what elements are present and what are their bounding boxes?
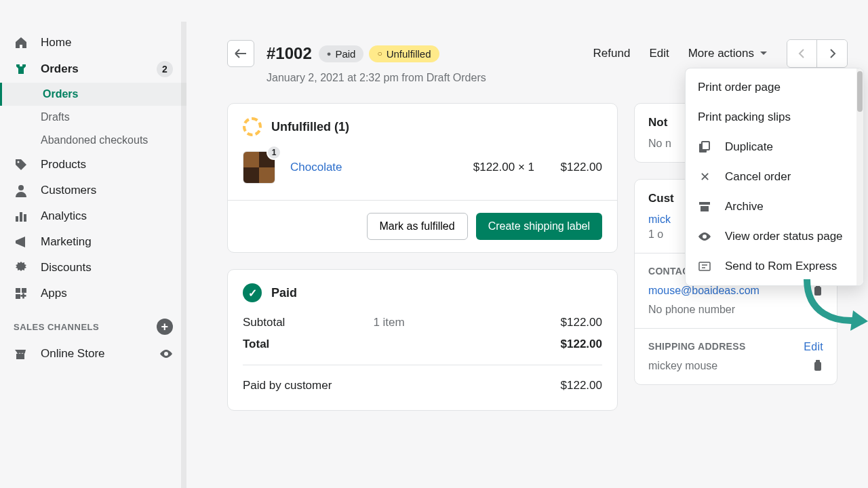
next-order-button[interactable] bbox=[817, 40, 847, 67]
nav-apps-label: Apps bbox=[41, 287, 67, 300]
more-actions-button[interactable]: More actions bbox=[688, 47, 768, 60]
nav-orders-sub: Orders Drafts Abandoned checkouts bbox=[0, 83, 186, 152]
nav-home[interactable]: Home bbox=[0, 30, 186, 56]
subtotal-items: 1 item bbox=[373, 316, 404, 329]
discounts-icon bbox=[14, 260, 28, 275]
shipping-label: SHIPPING ADDRESS bbox=[648, 341, 746, 353]
dd-view-status[interactable]: View order status page bbox=[686, 222, 863, 251]
paid-title: Paid bbox=[271, 286, 297, 300]
nav-products-label: Products bbox=[41, 158, 86, 171]
svg-rect-11 bbox=[814, 362, 821, 371]
nav-sub-orders[interactable]: Orders bbox=[0, 83, 186, 106]
dd-print-slips[interactable]: Print packing slips bbox=[686, 102, 863, 132]
paid-card: Paid Subtotal 1 item $122.00 Total $122.… bbox=[227, 269, 618, 411]
apps-icon bbox=[14, 286, 28, 301]
contact-email[interactable]: mouse@boaideas.com bbox=[648, 285, 760, 297]
svg-rect-2 bbox=[16, 216, 18, 222]
dd-duplicate[interactable]: Duplicate bbox=[686, 132, 863, 162]
mark-fulfilled-button[interactable]: Mark as fulfilled bbox=[367, 213, 468, 240]
nav-customers-label: Customers bbox=[41, 184, 96, 197]
nav-orders[interactable]: Orders 2 bbox=[0, 56, 186, 83]
nav-products[interactable]: Products bbox=[0, 152, 186, 178]
svg-point-0 bbox=[18, 161, 20, 163]
line-item: 1 Chocolate $122.00 × 1 $122.00 bbox=[228, 146, 617, 200]
thumbnail-qty-badge: 1 bbox=[267, 145, 281, 160]
svg-rect-6 bbox=[22, 288, 26, 293]
order-pager bbox=[787, 39, 848, 68]
channels-label: SALES CHANNELS + bbox=[0, 306, 186, 340]
paid-by-label: Paid by customer bbox=[243, 379, 332, 392]
nav-marketing[interactable]: Marketing bbox=[0, 229, 186, 255]
dropdown-scrollbar[interactable] bbox=[856, 68, 863, 285]
svg-rect-7 bbox=[16, 294, 20, 299]
back-button[interactable] bbox=[227, 40, 254, 67]
nav-discounts-label: Discounts bbox=[41, 261, 92, 274]
nav-marketing-label: Marketing bbox=[41, 235, 92, 249]
order-title: #1002 bbox=[267, 44, 312, 63]
svg-rect-8 bbox=[16, 354, 24, 359]
svg-rect-4 bbox=[24, 214, 26, 222]
nav-sub-drafts[interactable]: Drafts bbox=[41, 106, 186, 129]
nav-orders-label: Orders bbox=[41, 62, 79, 76]
add-channel-button[interactable]: + bbox=[157, 319, 173, 335]
refund-link[interactable]: Refund bbox=[593, 47, 631, 60]
analytics-icon bbox=[14, 209, 28, 224]
copy-email-icon[interactable] bbox=[812, 285, 823, 297]
header-actions: Refund Edit More actions bbox=[593, 39, 848, 68]
svg-rect-5 bbox=[16, 288, 20, 293]
product-name-link[interactable]: Chocolate bbox=[290, 161, 342, 174]
order-header: #1002 Paid Unfulfilled Refund Edit More … bbox=[227, 39, 868, 68]
nav-sub-abandoned[interactable]: Abandoned checkouts bbox=[41, 129, 186, 152]
orders-count-badge: 2 bbox=[157, 61, 173, 77]
product-thumbnail[interactable]: 1 bbox=[243, 151, 275, 184]
total-amount: $122.00 bbox=[561, 338, 602, 351]
unit-price: $122.00 × 1 bbox=[473, 161, 534, 174]
orders-icon bbox=[14, 62, 28, 77]
paid-by-amount: $122.00 bbox=[561, 379, 602, 392]
store-icon bbox=[14, 347, 28, 361]
status-unfulfilled-badge: Unfulfilled bbox=[369, 45, 439, 62]
eye-icon bbox=[698, 230, 711, 243]
channel-online-store[interactable]: Online Store bbox=[0, 340, 186, 367]
nav-analytics[interactable]: Analytics bbox=[0, 203, 186, 229]
contact-phone: No phone number bbox=[648, 304, 823, 316]
svg-point-1 bbox=[18, 185, 24, 190]
edit-link[interactable]: Edit bbox=[649, 47, 669, 60]
svg-rect-15 bbox=[699, 202, 710, 205]
shipping-edit-link[interactable]: Edit bbox=[804, 341, 823, 353]
copy-address-icon[interactable] bbox=[812, 360, 823, 372]
marketing-icon bbox=[14, 235, 28, 249]
nav-home-label: Home bbox=[41, 36, 71, 49]
dd-cancel[interactable]: ✕ Cancel order bbox=[686, 162, 863, 192]
nav-discounts[interactable]: Discounts bbox=[0, 255, 186, 281]
home-icon bbox=[14, 35, 28, 50]
channel-label: Online Store bbox=[41, 347, 105, 361]
svg-rect-3 bbox=[20, 212, 22, 222]
dd-archive[interactable]: Archive bbox=[686, 192, 863, 222]
line-total: $122.00 bbox=[534, 161, 602, 174]
dd-print-order[interactable]: Print order page bbox=[686, 73, 863, 102]
status-paid-badge: Paid bbox=[319, 45, 364, 62]
duplicate-icon bbox=[698, 140, 711, 154]
svg-rect-12 bbox=[816, 360, 820, 363]
nav-customers[interactable]: Customers bbox=[0, 178, 186, 203]
nav-analytics-label: Analytics bbox=[41, 209, 87, 223]
app-icon bbox=[698, 260, 711, 273]
view-store-icon[interactable] bbox=[159, 347, 173, 361]
dd-send-rom-express[interactable]: Send to Rom Express bbox=[686, 251, 863, 281]
subtotal-amount: $122.00 bbox=[561, 316, 602, 329]
nav-apps[interactable]: Apps bbox=[0, 281, 186, 306]
create-shipping-label-button[interactable]: Create shipping label bbox=[476, 213, 602, 240]
total-label: Total bbox=[243, 338, 269, 351]
fulfillment-title: Unfulfilled (1) bbox=[271, 120, 349, 134]
svg-rect-9 bbox=[814, 287, 821, 296]
paid-icon bbox=[243, 283, 262, 302]
caret-down-icon bbox=[760, 49, 768, 58]
cancel-icon: ✕ bbox=[698, 170, 711, 184]
fulfillment-card: Unfulfilled (1) 1 Chocolate $122.00 × 1 … bbox=[227, 103, 618, 253]
prev-order-button[interactable] bbox=[787, 40, 817, 67]
customers-icon bbox=[14, 183, 28, 198]
more-actions-dropdown: Print order page Print packing slips Dup… bbox=[685, 68, 864, 286]
svg-rect-16 bbox=[701, 206, 709, 211]
svg-rect-17 bbox=[699, 262, 710, 270]
